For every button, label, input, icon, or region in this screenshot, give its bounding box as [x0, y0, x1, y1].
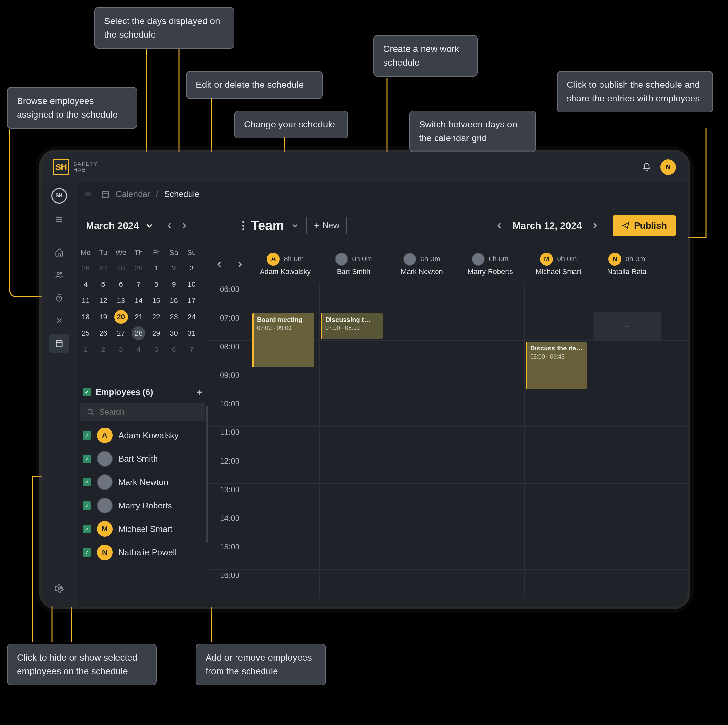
add-entry-icon[interactable]: + [593, 312, 661, 340]
employee-item[interactable]: ✓AAdam Kowalsky [77, 424, 208, 447]
mini-cal-day[interactable]: 18 [79, 310, 92, 324]
event-card[interactable]: Discuss the details08:00 - 09:45 [526, 342, 587, 389]
schedule-cell[interactable] [251, 541, 320, 569]
bell-icon[interactable] [642, 163, 651, 172]
mini-cal-day[interactable]: 27 [96, 261, 110, 275]
mini-cal-day[interactable]: 29 [132, 261, 145, 275]
schedule-cell[interactable] [593, 569, 661, 598]
mini-cal-day[interactable]: 28 [132, 327, 145, 340]
check-icon[interactable]: ✓ [83, 501, 91, 510]
employee-item[interactable]: ✓Mark Newton [77, 470, 208, 494]
mini-cal-day[interactable]: 7 [185, 343, 199, 356]
event-card[interactable]: Board meeting07:00 - 09:00 [252, 313, 314, 367]
schedule-cell[interactable] [593, 427, 661, 455]
schedule-cell[interactable] [320, 541, 388, 569]
schedule-cell[interactable] [251, 398, 320, 426]
home-icon[interactable] [49, 243, 69, 262]
columns-next-button[interactable] [234, 258, 246, 270]
schedule-cell[interactable] [456, 369, 525, 398]
crumb-root[interactable]: Calendar [116, 189, 150, 199]
check-icon[interactable]: ✓ [83, 388, 91, 396]
publish-button[interactable]: Publish [613, 215, 676, 236]
schedule-cell[interactable] [593, 484, 661, 512]
schedule-cell[interactable] [525, 427, 593, 455]
new-schedule-button[interactable]: + New [306, 217, 347, 234]
schedule-cell[interactable] [456, 512, 525, 541]
prev-month-button[interactable] [164, 220, 175, 232]
mini-cal-day[interactable]: 30 [167, 327, 181, 340]
mini-cal-day[interactable]: 28 [114, 261, 128, 275]
schedule-cell[interactable] [320, 569, 388, 598]
schedule-cell[interactable] [525, 312, 593, 340]
mini-cal-day[interactable]: 26 [96, 327, 110, 340]
schedule-cell[interactable] [456, 427, 525, 455]
schedule-cell[interactable] [388, 484, 456, 512]
mini-cal-day[interactable]: 21 [132, 310, 145, 324]
event-card[interactable]: Discussing t…07:00 - 08:00 [321, 313, 382, 339]
schedule-cell[interactable] [320, 512, 388, 541]
check-icon[interactable]: ✓ [83, 455, 91, 463]
schedule-cell[interactable] [388, 541, 456, 569]
employee-search-input[interactable] [99, 408, 199, 417]
schedule-cell[interactable] [593, 512, 661, 541]
mini-cal-day[interactable]: 7 [132, 278, 145, 291]
schedule-cell[interactable] [525, 569, 593, 598]
mini-cal-day[interactable]: 4 [132, 343, 145, 356]
next-day-button[interactable] [589, 220, 601, 232]
schedule-cell[interactable] [320, 427, 388, 455]
schedule-cell[interactable] [388, 369, 456, 398]
schedule-cell[interactable] [456, 398, 525, 426]
mini-cal-day[interactable]: 9 [167, 278, 181, 291]
mini-cal-day[interactable]: 16 [167, 294, 181, 308]
chevron-down-icon[interactable] [145, 221, 154, 230]
employees-header[interactable]: ✓ Employees (6) + [77, 385, 208, 403]
schedule-cell[interactable] [456, 484, 525, 512]
employee-item[interactable]: ✓Bart Smith [77, 447, 208, 470]
schedule-cell[interactable] [320, 398, 388, 426]
mini-cal-day[interactable]: 29 [149, 327, 163, 340]
schedule-chevron-down-icon[interactable] [291, 221, 300, 230]
schedule-menu-button[interactable] [242, 221, 244, 230]
schedule-cell[interactable] [525, 512, 593, 541]
mini-cal-day[interactable]: 14 [132, 294, 145, 308]
mini-cal-day[interactable]: 5 [96, 278, 110, 291]
schedule-cell[interactable] [593, 398, 661, 426]
mini-cal-day[interactable]: 27 [114, 327, 128, 340]
schedule-cell[interactable] [456, 569, 525, 598]
schedule-cell[interactable] [388, 284, 456, 312]
schedule-cell[interactable] [388, 341, 456, 369]
schedule-cell[interactable] [251, 369, 320, 398]
scrollbar[interactable] [206, 406, 208, 543]
mini-cal-day[interactable]: 12 [96, 294, 110, 308]
schedule-cell[interactable] [593, 341, 661, 369]
mini-cal-day[interactable]: 4 [79, 278, 92, 291]
add-employee-button[interactable]: + [196, 386, 202, 398]
mini-cal-day[interactable]: 6 [167, 343, 181, 356]
schedule-cell[interactable] [251, 484, 320, 512]
mini-calendar[interactable]: MoTuWeThFrSaSu26272829123456789101112131… [77, 245, 200, 358]
mini-cal-day[interactable]: 31 [185, 327, 199, 340]
employee-item[interactable]: ✓NNathalie Powell [77, 541, 208, 564]
schedule-cell[interactable] [525, 541, 593, 569]
schedule-cell[interactable] [525, 455, 593, 484]
schedule-cell[interactable] [251, 455, 320, 484]
mini-cal-day[interactable]: 23 [167, 310, 181, 324]
employee-search[interactable] [80, 403, 205, 421]
calendar-icon[interactable] [49, 334, 69, 353]
schedule-cell[interactable] [456, 284, 525, 312]
mini-cal-day[interactable]: 8 [149, 278, 163, 291]
schedule-cell[interactable] [251, 427, 320, 455]
tools-icon[interactable] [49, 311, 69, 330]
schedule-cell[interactable] [593, 369, 661, 398]
mini-cal-day[interactable]: 13 [114, 294, 128, 308]
mini-cal-day[interactable]: 2 [96, 343, 110, 356]
user-avatar[interactable]: N [660, 159, 676, 175]
schedule-cell[interactable] [388, 455, 456, 484]
schedule-cell[interactable] [320, 455, 388, 484]
schedule-cell[interactable] [525, 398, 593, 426]
schedule-cell[interactable] [251, 569, 320, 598]
schedule-cell[interactable] [593, 284, 661, 312]
schedule-cell[interactable] [388, 427, 456, 455]
schedule-cell[interactable] [320, 284, 388, 312]
mini-cal-day[interactable]: 20 [114, 310, 128, 324]
